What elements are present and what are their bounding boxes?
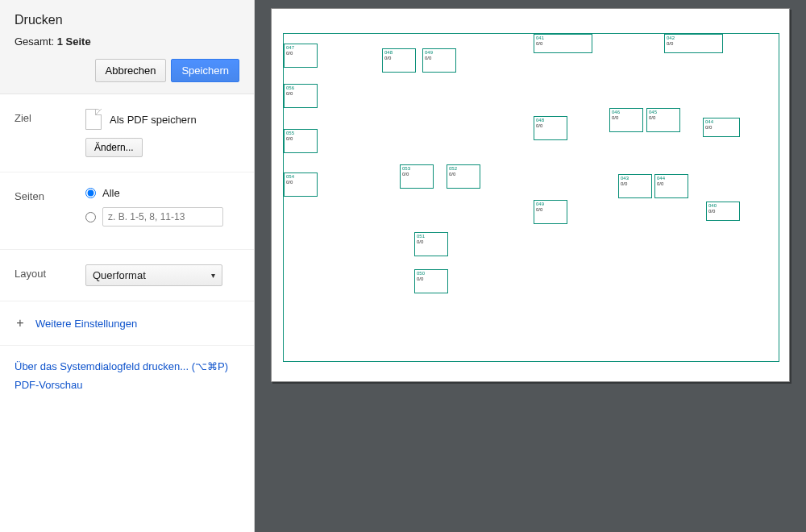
file-icon: [85, 109, 102, 130]
layout-label: Layout: [15, 264, 85, 280]
plus-icon: +: [15, 316, 26, 330]
pages-all-radio[interactable]: [85, 188, 96, 198]
preview-page: 0470/00480/00490/00560/00550/00540/00530…: [271, 8, 790, 382]
diagram-box: 0430/0: [618, 174, 652, 198]
pages-row: Seiten Alle: [0, 172, 254, 250]
diagram-box: 0480/0: [534, 116, 567, 140]
diagram-box: 0480/0: [382, 48, 416, 73]
layout-select[interactable]: Querformat ▾: [85, 264, 222, 286]
sidebar-header: Drucken Gesamt: 1 Seite Abbrechen Speich…: [0, 0, 254, 94]
pages-range-radio[interactable]: [85, 212, 96, 222]
diagram-box: 0560/0: [284, 84, 318, 108]
diagram-box: 0420/0: [664, 34, 723, 53]
more-settings-label: Weitere Einstellungen: [35, 318, 137, 330]
diagram-box: 0520/0: [447, 164, 480, 189]
pdf-preview-link[interactable]: PDF-Vorschau: [15, 379, 83, 391]
diagram-box: 0440/0: [654, 174, 688, 198]
more-settings-row[interactable]: + Weitere Einstellungen: [0, 301, 254, 346]
diagram-box: 0500/0: [414, 269, 448, 293]
diagram-box: 0530/0: [400, 164, 434, 189]
layout-value: Querformat: [93, 269, 146, 281]
system-dialog-link[interactable]: Über das Systemdialogfeld drucken... (⌥⌘…: [15, 360, 228, 372]
destination-row: Ziel Als PDF speichern Ändern...: [0, 94, 254, 172]
save-button[interactable]: Speichern: [171, 59, 239, 82]
preview-area: 0470/00480/00490/00560/00550/00540/00530…: [255, 0, 806, 532]
diagram-box: 0540/0: [284, 172, 318, 197]
cancel-button[interactable]: Abbrechen: [95, 59, 167, 82]
diagram-box: 0510/0: [414, 232, 448, 256]
diagram-box: 0460/0: [609, 108, 643, 132]
pages-label: Seiten: [15, 187, 85, 202]
dialog-title: Drucken: [15, 13, 239, 27]
destination-value: Als PDF speichern: [110, 114, 197, 126]
destination-label: Ziel: [15, 109, 85, 124]
diagram-box: 0490/0: [534, 200, 567, 224]
layout-row: Layout Querformat ▾: [0, 250, 254, 301]
diagram-box: 0450/0: [646, 108, 680, 132]
total-prefix: Gesamt:: [15, 35, 54, 48]
total-pages: Gesamt: 1 Seite: [15, 35, 239, 48]
diagram-box: 0410/0: [534, 34, 592, 53]
change-destination-button[interactable]: Ändern...: [85, 138, 143, 157]
print-sidebar: Drucken Gesamt: 1 Seite Abbrechen Speich…: [0, 0, 255, 532]
diagram-box: 0440/0: [703, 118, 740, 137]
total-value: 1 Seite: [57, 35, 91, 48]
pages-all-label: Alle: [102, 187, 120, 199]
diagram-box: 0490/0: [422, 48, 456, 73]
diagram-box: 0400/0: [706, 202, 740, 221]
diagram-frame: 0470/00480/00490/00560/00550/00540/00530…: [283, 33, 779, 362]
diagram-box: 0470/0: [284, 44, 318, 68]
chevron-down-icon: ▾: [211, 271, 215, 280]
pages-range-input[interactable]: [102, 207, 223, 227]
diagram-box: 0550/0: [284, 129, 318, 153]
